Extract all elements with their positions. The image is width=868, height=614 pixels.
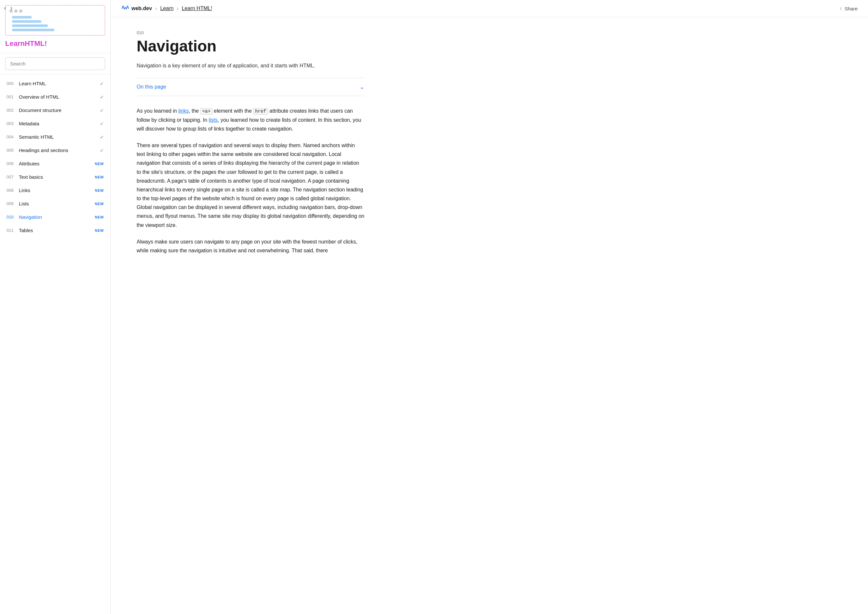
share-icon: ↑ (840, 6, 842, 11)
breadcrumb-sep-2: › (177, 6, 178, 11)
sidebar-item-003[interactable]: 003Metadata✓ (0, 117, 110, 130)
sidebar-item-008[interactable]: 008LinksNEW (0, 183, 110, 197)
new-badge-008: NEW (95, 188, 104, 193)
nav-item-number-008: 008 (6, 188, 19, 193)
new-badge-006: NEW (95, 162, 104, 166)
body-paragraph-1: As you learned in links, the <a> element… (136, 106, 364, 133)
sidebar-item-004[interactable]: 004Semantic HTML✓ (0, 130, 110, 144)
page-subtitle: Navigation is a key element of any site … (136, 62, 364, 70)
nav-item-number-002: 002 (6, 108, 19, 113)
nav-item-label-006: Attributes (19, 161, 95, 166)
sidebar-item-002[interactable]: 002Document structure✓ (0, 104, 110, 117)
page-title: Navigation (136, 37, 364, 55)
nav-item-label-009: Lists (19, 201, 95, 207)
new-badge-010: NEW (95, 215, 104, 219)
sidebar-logo-area: LearnHTML! (0, 0, 110, 53)
sidebar-nav-list: 000Learn HTML✓001Overview of HTML✓002Doc… (0, 74, 110, 239)
logo-html: HTML! (25, 39, 47, 48)
nav-item-label-010: Navigation (19, 214, 95, 220)
sidebar-item-009[interactable]: 009ListsNEW (0, 197, 110, 210)
check-icon-005: ✓ (100, 148, 104, 153)
nav-item-number-006: 006 (6, 161, 19, 166)
webdev-logo-icon (121, 5, 129, 12)
sidebar-item-007[interactable]: 007Text basicsNEW (0, 170, 110, 183)
nav-item-label-002: Document structure (19, 107, 100, 113)
nav-item-number-005: 005 (6, 148, 19, 153)
preview-line-4 (12, 29, 54, 31)
sidebar-item-001[interactable]: 001Overview of HTML✓ (0, 90, 110, 104)
site-name: web.dev (132, 6, 152, 11)
new-badge-007: NEW (95, 175, 104, 179)
nav-item-label-000: Learn HTML (19, 81, 100, 86)
search-input[interactable] (5, 57, 105, 70)
on-this-page-toggle[interactable]: On this page ⌄ (136, 78, 364, 96)
share-button[interactable]: ↑ Share (840, 6, 857, 11)
sidebar-item-011[interactable]: 011TablesNEW (0, 224, 110, 237)
sidebar-item-000[interactable]: 000Learn HTML✓ (0, 77, 110, 90)
nav-item-label-001: Overview of HTML (19, 94, 100, 99)
browser-content-preview (9, 16, 101, 31)
new-badge-009: NEW (95, 202, 104, 206)
nav-item-number-004: 004 (6, 134, 19, 139)
nav-item-label-008: Links (19, 188, 95, 193)
check-icon-002: ✓ (100, 108, 104, 113)
a-tag-code: <a> (200, 108, 212, 115)
browser-dots (9, 9, 101, 13)
sidebar: ‹ › LearnHTML! 000Learn HTML✓001Ove (0, 0, 111, 614)
check-icon-004: ✓ (100, 134, 104, 140)
href-attr-code: href (253, 108, 268, 115)
lesson-number: 010 (136, 30, 364, 35)
new-badge-011: NEW (95, 229, 104, 232)
breadcrumb-current[interactable]: Learn HTML! (182, 6, 212, 11)
nav-item-number-001: 001 (6, 95, 19, 99)
check-icon-000: ✓ (100, 81, 104, 86)
preview-line-2 (12, 20, 41, 23)
dot-3 (19, 9, 22, 13)
logo-learn: Learn (5, 39, 25, 48)
share-label: Share (845, 6, 857, 11)
preview-line-1 (12, 16, 31, 19)
check-icon-003: ✓ (100, 121, 104, 126)
nav-item-number-011: 011 (6, 228, 19, 233)
breadcrumb-learn[interactable]: Learn (160, 6, 174, 11)
nav-item-number-000: 000 (6, 81, 19, 86)
lists-link[interactable]: lists (209, 117, 218, 123)
top-nav: web.dev › Learn › Learn HTML! ↑ Share (111, 0, 868, 17)
nav-item-label-003: Metadata (19, 121, 100, 126)
chevron-down-icon: ⌄ (360, 83, 364, 90)
nav-item-number-003: 003 (6, 121, 19, 126)
back-button[interactable]: ‹ (4, 5, 6, 12)
sidebar-item-005[interactable]: 005Headings and sections✓ (0, 144, 110, 157)
site-logo[interactable]: web.dev (121, 5, 152, 12)
nav-item-label-005: Headings and sections (19, 148, 100, 153)
nav-item-label-011: Tables (19, 228, 95, 233)
nav-item-number-007: 007 (6, 174, 19, 179)
browser-nav-buttons: ‹ › (4, 5, 13, 12)
forward-button[interactable]: › (10, 5, 12, 12)
browser-preview (5, 5, 105, 36)
links-link[interactable]: links (178, 108, 189, 113)
preview-line-3 (12, 25, 48, 27)
sidebar-item-006[interactable]: 006AttributesNEW (0, 157, 110, 170)
breadcrumb-sep-1: › (155, 6, 157, 11)
nav-item-number-009: 009 (6, 201, 19, 206)
search-area (0, 53, 110, 74)
on-this-page-label: On this page (136, 84, 166, 90)
body-paragraph-2: There are several types of navigation an… (136, 141, 364, 230)
check-icon-001: ✓ (100, 95, 104, 99)
sidebar-title: LearnHTML! (5, 36, 105, 50)
dot-2 (14, 9, 17, 13)
body-paragraph-3: Always make sure users can navigate to a… (136, 237, 364, 255)
sidebar-item-010[interactable]: 010NavigationNEW (0, 210, 110, 224)
main-content: web.dev › Learn › Learn HTML! ↑ Share 01… (111, 0, 868, 614)
content-area: 010 Navigation Navigation is a key eleme… (111, 17, 391, 282)
nav-item-label-007: Text basics (19, 174, 95, 180)
nav-item-number-010: 010 (6, 215, 19, 219)
nav-item-label-004: Semantic HTML (19, 134, 100, 140)
